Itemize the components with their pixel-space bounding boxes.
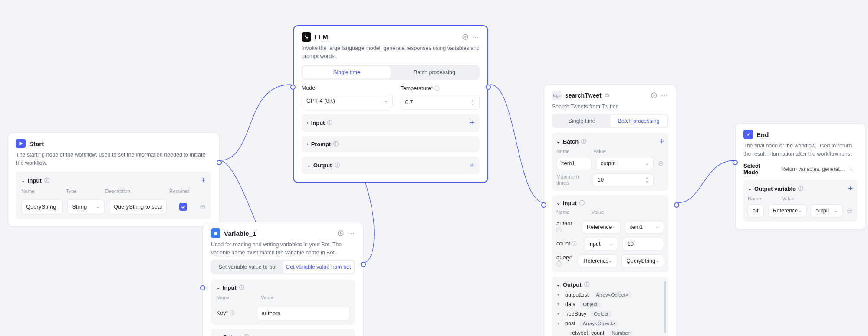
mode-segment: Single time Batch processing [302,65,480,80]
remove-batch-button[interactable]: ⊖ [658,159,664,167]
input-port[interactable] [733,160,738,165]
input-row-query: query* ⓘ Reference⌄ QueryString⌄ [556,254,664,268]
value-select[interactable]: QueryString⌄ [621,254,664,267]
help-icon: ⓘ [327,119,332,127]
input-row-count: count ⓘ Input⌄ [556,238,664,251]
svg-rect-3 [214,232,217,235]
add-llm-output-button[interactable]: + [470,161,474,170]
brain-icon [303,34,309,40]
node-llm[interactable]: LLM ⋯ Invoke the large language model, g… [293,25,488,183]
tab-batch[interactable]: Batch processing [391,66,478,78]
model-select[interactable]: GPT-4 (8K)⌄ [302,94,393,108]
end-icon [743,130,753,139]
required-checkbox[interactable] [179,203,187,211]
outvar-name-input[interactable] [748,204,764,217]
node-title: searchTweet [565,92,602,99]
input-desc-field[interactable] [109,199,167,214]
node-desc: The starting node of the workflow, used … [16,151,211,167]
input-name-field[interactable] [21,199,63,214]
outvar-type-select[interactable]: Reference⌄ [768,204,807,217]
batch-value-select[interactable]: output⌄ [596,157,654,170]
logo-placeholder-icon: logo [552,91,562,100]
node-search-tweet[interactable]: logo searchTweet ⧉ ⋯ Search Tweets from … [544,84,677,336]
variable-key-input[interactable] [257,306,350,320]
node-title: LLM [315,33,328,41]
help-icon: ⓘ [239,284,244,291]
input-port[interactable] [290,85,296,90]
tab-batch[interactable]: Batch processing [610,115,667,127]
run-node-button[interactable] [650,91,658,99]
add-batch-button[interactable]: + [659,137,664,146]
section-input: ⌄ Input ⓘ + Name Type Description Requir… [16,172,211,219]
help-icon: ⓘ [335,162,340,169]
help-icon: ⓘ [434,85,440,91]
svg-point-0 [305,35,306,37]
mode-select[interactable]: Return variables, generated by the ...⌄ [777,163,857,176]
node-title: Variable_1 [224,230,256,237]
type-select[interactable]: Reference⌄ [582,221,621,234]
value-input[interactable] [622,238,664,251]
type-select[interactable]: Input⌄ [584,238,618,251]
tab-get-variable[interactable]: Get variable value from bot [283,261,354,273]
node-desc: The final node of the workflow, used to … [743,142,857,158]
output-port[interactable] [674,202,679,208]
outvar-value-select[interactable]: outpu...⌄ [811,204,842,217]
remove-outvar-button[interactable]: ⊖ [847,206,853,215]
variable-icon [211,228,220,238]
max-stepper[interactable]: ▴▾ [644,176,650,184]
node-title: End [756,131,769,138]
input-port[interactable] [541,202,546,208]
node-desc: Invoke the large language model, generat… [302,44,480,61]
copy-icon[interactable]: ⧉ [605,92,609,99]
add-llm-input-button[interactable]: + [470,118,474,127]
type-select[interactable]: Reference⌄ [579,254,618,267]
node-title: Start [29,140,44,147]
help-icon: ⓘ [244,333,249,336]
batch-name-input[interactable] [556,157,592,170]
node-end[interactable]: End The final node of the workflow, used… [735,123,865,230]
node-desc: Search Tweets from Twitter. [552,103,668,111]
remove-row-button[interactable]: ⊖ [200,202,206,211]
variable-mode-segment: Set variable value to bot Get variable v… [211,260,355,274]
svg-point-1 [306,37,308,39]
more-menu-button[interactable]: ⋯ [347,229,355,237]
add-output-var-button[interactable]: + [848,184,853,193]
output-port[interactable] [217,160,222,165]
more-menu-button[interactable]: ⋯ [472,33,480,41]
scrollbar-thumb[interactable] [664,281,666,333]
run-node-button[interactable] [337,229,345,237]
help-icon: ⓘ [333,140,339,148]
node-desc: Used for reading and writing variables i… [211,241,355,255]
run-node-button[interactable] [461,33,469,41]
input-row-author: author ⓘ Reference⌄ item1⌄ [556,220,664,234]
tab-set-variable[interactable]: Set variable value to bot [212,261,283,273]
mode-segment: Single time Batch processing [552,114,668,128]
help-icon: ⓘ [230,310,235,316]
input-port[interactable] [200,285,205,290]
input-type-select[interactable]: String⌄ [67,199,105,214]
node-start[interactable]: Start The starting node of the workflow,… [8,132,219,227]
output-port[interactable] [361,262,366,267]
node-variable[interactable]: Variable_1 ⋯ Used for reading and writin… [203,222,363,336]
output-port[interactable] [486,85,491,90]
temperature-input[interactable] [401,95,480,110]
tab-single-time[interactable]: Single time [553,115,610,127]
add-input-button[interactable]: + [201,176,206,185]
tab-single-time[interactable]: Single time [303,66,391,78]
help-icon: ⓘ [44,177,49,184]
value-select[interactable]: item1⌄ [625,221,664,234]
temperature-stepper[interactable]: ▴▾ [470,98,476,107]
start-icon [16,139,26,148]
more-menu-button[interactable]: ⋯ [661,91,668,99]
